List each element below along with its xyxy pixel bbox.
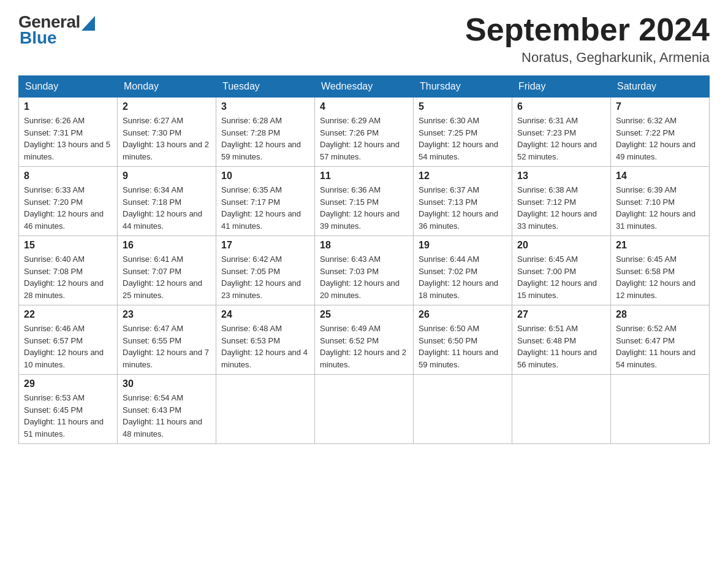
day-sun-info: Sunrise: 6:52 AMSunset: 6:47 PMDaylight:… bbox=[616, 323, 704, 370]
day-number: 9 bbox=[123, 170, 211, 182]
calendar-day-cell: 21Sunrise: 6:45 AMSunset: 6:58 PMDayligh… bbox=[611, 236, 710, 305]
day-sun-info: Sunrise: 6:27 AMSunset: 7:30 PMDaylight:… bbox=[123, 115, 211, 163]
calendar-day-cell: 19Sunrise: 6:44 AMSunset: 7:02 PMDayligh… bbox=[414, 236, 512, 305]
location-subtitle: Noratus, Gegharkunik, Armenia bbox=[465, 50, 710, 66]
day-sun-info: Sunrise: 6:47 AMSunset: 6:55 PMDaylight:… bbox=[123, 323, 211, 370]
calendar-day-cell: 20Sunrise: 6:45 AMSunset: 7:00 PMDayligh… bbox=[512, 236, 611, 305]
month-year-title: September 2024 bbox=[465, 12, 710, 47]
day-sun-info: Sunrise: 6:43 AMSunset: 7:03 PMDaylight:… bbox=[320, 253, 408, 301]
day-sun-info: Sunrise: 6:50 AMSunset: 6:50 PMDaylight:… bbox=[419, 323, 507, 370]
day-sun-info: Sunrise: 6:49 AMSunset: 6:52 PMDaylight:… bbox=[320, 323, 408, 370]
calendar-day-cell: 18Sunrise: 6:43 AMSunset: 7:03 PMDayligh… bbox=[315, 236, 414, 305]
day-number: 25 bbox=[320, 309, 408, 320]
calendar-day-cell: 25Sunrise: 6:49 AMSunset: 6:52 PMDayligh… bbox=[315, 305, 414, 375]
calendar-day-cell bbox=[414, 375, 512, 444]
day-number: 24 bbox=[221, 309, 309, 320]
calendar-day-cell bbox=[512, 375, 611, 444]
day-sun-info: Sunrise: 6:33 AMSunset: 7:20 PMDaylight:… bbox=[24, 184, 112, 232]
calendar-week-row: 15Sunrise: 6:40 AMSunset: 7:08 PMDayligh… bbox=[19, 236, 710, 305]
day-sun-info: Sunrise: 6:51 AMSunset: 6:48 PMDaylight:… bbox=[517, 323, 605, 370]
day-number: 20 bbox=[517, 240, 605, 251]
day-sun-info: Sunrise: 6:37 AMSunset: 7:13 PMDaylight:… bbox=[419, 184, 507, 232]
day-number: 30 bbox=[123, 378, 211, 389]
day-number: 5 bbox=[419, 101, 507, 112]
header-saturday: Saturday bbox=[611, 76, 710, 98]
calendar-day-cell: 2Sunrise: 6:27 AMSunset: 7:30 PMDaylight… bbox=[118, 98, 216, 167]
header-wednesday: Wednesday bbox=[315, 76, 414, 98]
day-number: 29 bbox=[24, 378, 112, 389]
day-number: 17 bbox=[221, 240, 309, 251]
day-sun-info: Sunrise: 6:41 AMSunset: 7:07 PMDaylight:… bbox=[123, 253, 211, 301]
day-number: 4 bbox=[320, 101, 408, 112]
calendar-day-cell: 16Sunrise: 6:41 AMSunset: 7:07 PMDayligh… bbox=[118, 236, 216, 305]
day-sun-info: Sunrise: 6:40 AMSunset: 7:08 PMDaylight:… bbox=[24, 253, 112, 301]
day-sun-info: Sunrise: 6:32 AMSunset: 7:22 PMDaylight:… bbox=[616, 115, 704, 163]
calendar-day-cell: 12Sunrise: 6:37 AMSunset: 7:13 PMDayligh… bbox=[414, 167, 512, 236]
calendar-day-cell: 24Sunrise: 6:48 AMSunset: 6:53 PMDayligh… bbox=[216, 305, 315, 375]
day-number: 14 bbox=[616, 170, 704, 182]
calendar-day-cell: 5Sunrise: 6:30 AMSunset: 7:25 PMDaylight… bbox=[414, 98, 512, 167]
day-sun-info: Sunrise: 6:44 AMSunset: 7:02 PMDaylight:… bbox=[419, 253, 507, 301]
day-number: 2 bbox=[123, 101, 211, 112]
calendar-day-cell: 10Sunrise: 6:35 AMSunset: 7:17 PMDayligh… bbox=[216, 167, 315, 236]
calendar-day-cell: 29Sunrise: 6:53 AMSunset: 6:45 PMDayligh… bbox=[19, 375, 118, 444]
day-number: 23 bbox=[123, 309, 211, 320]
calendar-day-cell: 7Sunrise: 6:32 AMSunset: 7:22 PMDaylight… bbox=[611, 98, 710, 167]
calendar-week-row: 29Sunrise: 6:53 AMSunset: 6:45 PMDayligh… bbox=[19, 375, 710, 444]
calendar-week-row: 22Sunrise: 6:46 AMSunset: 6:57 PMDayligh… bbox=[19, 305, 710, 375]
header-friday: Friday bbox=[512, 76, 611, 98]
calendar-day-cell: 4Sunrise: 6:29 AMSunset: 7:26 PMDaylight… bbox=[315, 98, 414, 167]
day-sun-info: Sunrise: 6:54 AMSunset: 6:43 PMDaylight:… bbox=[123, 392, 211, 440]
header-thursday: Thursday bbox=[414, 76, 512, 98]
day-sun-info: Sunrise: 6:26 AMSunset: 7:31 PMDaylight:… bbox=[24, 115, 112, 163]
header-sunday: Sunday bbox=[19, 76, 118, 98]
day-number: 18 bbox=[320, 240, 408, 251]
calendar-day-cell: 28Sunrise: 6:52 AMSunset: 6:47 PMDayligh… bbox=[611, 305, 710, 375]
calendar-table: Sunday Monday Tuesday Wednesday Thursday… bbox=[18, 75, 710, 444]
day-sun-info: Sunrise: 6:31 AMSunset: 7:23 PMDaylight:… bbox=[517, 115, 605, 163]
calendar-day-cell: 27Sunrise: 6:51 AMSunset: 6:48 PMDayligh… bbox=[512, 305, 611, 375]
calendar-day-cell: 26Sunrise: 6:50 AMSunset: 6:50 PMDayligh… bbox=[414, 305, 512, 375]
calendar-day-cell: 23Sunrise: 6:47 AMSunset: 6:55 PMDayligh… bbox=[118, 305, 216, 375]
day-sun-info: Sunrise: 6:45 AMSunset: 7:00 PMDaylight:… bbox=[517, 253, 605, 301]
calendar-day-cell: 13Sunrise: 6:38 AMSunset: 7:12 PMDayligh… bbox=[512, 167, 611, 236]
day-sun-info: Sunrise: 6:35 AMSunset: 7:17 PMDaylight:… bbox=[221, 184, 309, 232]
day-sun-info: Sunrise: 6:39 AMSunset: 7:10 PMDaylight:… bbox=[616, 184, 704, 232]
day-sun-info: Sunrise: 6:46 AMSunset: 6:57 PMDaylight:… bbox=[24, 323, 112, 370]
day-number: 11 bbox=[320, 170, 408, 182]
day-sun-info: Sunrise: 6:45 AMSunset: 6:58 PMDaylight:… bbox=[616, 253, 704, 301]
day-sun-info: Sunrise: 6:28 AMSunset: 7:28 PMDaylight:… bbox=[221, 115, 309, 163]
day-number: 16 bbox=[123, 240, 211, 251]
header-monday: Monday bbox=[118, 76, 216, 98]
day-number: 6 bbox=[517, 101, 605, 112]
calendar-day-cell: 1Sunrise: 6:26 AMSunset: 7:31 PMDaylight… bbox=[19, 98, 118, 167]
logo: General Blue bbox=[18, 12, 95, 48]
calendar-day-cell: 15Sunrise: 6:40 AMSunset: 7:08 PMDayligh… bbox=[19, 236, 118, 305]
day-number: 13 bbox=[517, 170, 605, 182]
calendar-week-row: 1Sunrise: 6:26 AMSunset: 7:31 PMDaylight… bbox=[19, 98, 710, 167]
day-number: 3 bbox=[221, 101, 309, 112]
day-number: 22 bbox=[24, 309, 112, 320]
day-number: 21 bbox=[616, 240, 704, 251]
day-number: 8 bbox=[24, 170, 112, 182]
day-sun-info: Sunrise: 6:30 AMSunset: 7:25 PMDaylight:… bbox=[419, 115, 507, 163]
calendar-day-cell: 6Sunrise: 6:31 AMSunset: 7:23 PMDaylight… bbox=[512, 98, 611, 167]
calendar-day-cell bbox=[216, 375, 315, 444]
day-sun-info: Sunrise: 6:53 AMSunset: 6:45 PMDaylight:… bbox=[24, 392, 112, 440]
day-number: 12 bbox=[419, 170, 507, 182]
day-sun-info: Sunrise: 6:29 AMSunset: 7:26 PMDaylight:… bbox=[320, 115, 408, 163]
calendar-day-cell: 9Sunrise: 6:34 AMSunset: 7:18 PMDaylight… bbox=[118, 167, 216, 236]
day-number: 27 bbox=[517, 309, 605, 320]
calendar-day-cell: 11Sunrise: 6:36 AMSunset: 7:15 PMDayligh… bbox=[315, 167, 414, 236]
day-number: 15 bbox=[24, 240, 112, 251]
calendar-day-cell bbox=[611, 375, 710, 444]
logo-triangle-icon bbox=[82, 16, 95, 31]
day-sun-info: Sunrise: 6:42 AMSunset: 7:05 PMDaylight:… bbox=[221, 253, 309, 301]
day-sun-info: Sunrise: 6:38 AMSunset: 7:12 PMDaylight:… bbox=[517, 184, 605, 232]
calendar-day-cell: 22Sunrise: 6:46 AMSunset: 6:57 PMDayligh… bbox=[19, 305, 118, 375]
calendar-day-cell: 14Sunrise: 6:39 AMSunset: 7:10 PMDayligh… bbox=[611, 167, 710, 236]
day-sun-info: Sunrise: 6:48 AMSunset: 6:53 PMDaylight:… bbox=[221, 323, 309, 370]
svg-marker-0 bbox=[82, 16, 95, 31]
page-header: General Blue September 2024 Noratus, Geg… bbox=[18, 12, 710, 66]
calendar-day-cell bbox=[315, 375, 414, 444]
